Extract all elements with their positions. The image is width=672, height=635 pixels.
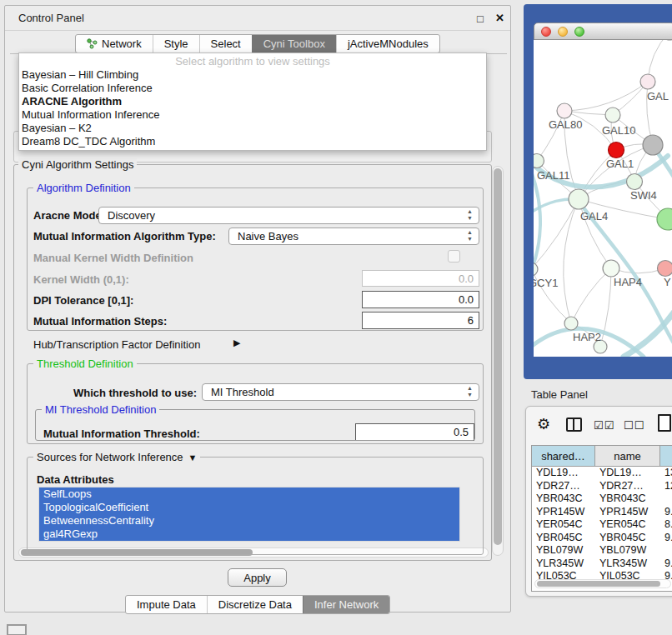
algorithm-option[interactable]: Bayesian – K2	[19, 122, 486, 135]
table-cell: YBL079W	[595, 544, 660, 558]
table-row[interactable]: YLR345WYLR345W9.	[532, 558, 672, 571]
algorithm-dropdown-placeholder: Select algorithm to view settings	[19, 53, 486, 68]
table-row[interactable]: YBL079WYBL079W	[532, 544, 672, 558]
sources-group-title: Sources for Network Inference ▼	[33, 451, 200, 463]
table-cell: 12	[660, 480, 672, 493]
columns-icon[interactable]	[566, 418, 582, 432]
network-window: GALGAL80GAL10GAL1GAL11SWI4GAL4GCY1HAP4YH…	[534, 22, 672, 359]
column-header[interactable]: name	[595, 446, 660, 466]
network-view-panel: GALGAL80GAL10GAL1GAL11SWI4GAL4GCY1HAP4YH…	[524, 4, 672, 379]
algorithm-dropdown[interactable]: Select algorithm to view settings Bayesi…	[18, 52, 487, 151]
tab-discretize-data[interactable]: Discretize Data	[207, 596, 303, 613]
network-node-gal11[interactable]	[534, 154, 544, 168]
table-cell	[660, 492, 672, 506]
network-node-y[interactable]	[658, 261, 672, 277]
network-node-gal4[interactable]	[569, 189, 589, 209]
algorithm-option[interactable]: Bayesian – Hill Climbing	[19, 68, 486, 82]
algorithm-option[interactable]: Dream8 DC_TDC Algorithm	[19, 135, 486, 148]
select-all-checkboxes-icon[interactable]: ☑☑	[594, 419, 614, 432]
node-label: GAL11	[537, 169, 570, 182]
apply-button[interactable]: Apply	[228, 568, 287, 587]
table-row[interactable]: YPR145WYPR145W9.	[532, 506, 672, 519]
network-node-gal1[interactable]	[609, 142, 624, 158]
table-cell: YLR345W	[532, 558, 595, 571]
table-cell: YDR27…	[595, 480, 660, 493]
table-row[interactable]: YDL19…YDL19…13	[532, 467, 672, 480]
tab-cyni-toolbox[interactable]: Cyni Toolbox	[252, 35, 336, 52]
tab-network[interactable]: Network	[76, 35, 153, 52]
scrollbar-thumb[interactable]	[494, 168, 502, 545]
tab-jactivemnodules[interactable]: jActiveMNodules	[336, 35, 439, 52]
table-panel: ⚙ ☑☑ ☐☐ shared…name YDL19…YDL19…13YDR27……	[525, 406, 672, 597]
node-label: GAL1	[606, 158, 634, 170]
float-panel-icon[interactable]: □	[477, 12, 484, 25]
table-row[interactable]: YDR27…YDR27…12	[532, 480, 672, 493]
table-row[interactable]: YER054CYER054C8.	[532, 518, 672, 532]
table-horizontal-scrollbar[interactable]	[534, 579, 671, 588]
network-node-gal[interactable]	[640, 74, 655, 89]
network-node-hap2[interactable]	[564, 317, 578, 330]
tab-label: Select	[211, 38, 241, 50]
network-edge[interactable]	[564, 199, 579, 323]
table-row[interactable]: YBR043CYBR043C	[532, 492, 672, 506]
column-header[interactable]: shared…	[532, 446, 595, 466]
tab-label: jActiveMNodules	[348, 38, 429, 50]
gear-icon[interactable]: ⚙	[537, 415, 550, 433]
zoom-window-icon[interactable]	[574, 27, 584, 37]
tab-style[interactable]: Style	[153, 35, 199, 52]
close-icon[interactable]: ✕	[495, 12, 504, 24]
network-graph: GALGAL80GAL10GAL1GAL11SWI4GAL4GCY1HAP4YH…	[534, 40, 672, 357]
table-row[interactable]: YBR045CYBR045C9.	[532, 532, 672, 545]
minimize-window-icon[interactable]	[558, 27, 568, 37]
minimized-panel-icon[interactable]	[7, 624, 27, 635]
node-label: GAL10	[602, 124, 635, 137]
chevron-down-icon[interactable]: ▼	[188, 452, 198, 462]
network-edge[interactable]	[571, 268, 611, 323]
node-label: GCY1	[534, 277, 558, 289]
control-panel-window: Control Panel □ ✕ Network Style Select C…	[4, 5, 511, 612]
column-header[interactable]	[660, 446, 672, 466]
table-cell: 9.	[660, 506, 672, 519]
settings-vertical-scrollbar[interactable]	[492, 166, 504, 556]
table-cell: 13	[660, 467, 672, 480]
algorithm-option[interactable]: Mutual Information Inference	[19, 108, 486, 122]
tab-label: Network	[102, 38, 142, 50]
network-node-gal10[interactable]	[605, 108, 620, 122]
node-table: shared…name YDL19…YDL19…13YDR27…YDR27…12…	[531, 445, 672, 592]
network-window-titlebar[interactable]	[534, 22, 672, 40]
new-table-icon[interactable]	[658, 414, 671, 432]
network-node-gal80[interactable]	[557, 103, 572, 118]
network-node[interactable]	[657, 208, 672, 230]
network-node-hap4[interactable]	[603, 260, 619, 277]
settings-group-title: Cyni Algorithm Settings	[18, 158, 137, 171]
deselect-all-checkboxes-icon[interactable]: ☐☐	[624, 419, 644, 432]
table-cell: YBR045C	[532, 532, 595, 545]
algorithm-definition-group	[27, 188, 484, 331]
tab-infer-network[interactable]: Infer Network	[303, 596, 389, 613]
close-window-icon[interactable]	[541, 27, 551, 37]
tab-select[interactable]: Select	[199, 35, 252, 52]
tab-label: Cyni Toolbox	[263, 38, 325, 50]
table-cell: YPR145W	[595, 506, 660, 519]
network-node[interactable]	[643, 135, 663, 155]
algorithm-option[interactable]: ARACNE Algorithm	[19, 95, 486, 108]
algorithm-dropdown-list: Bayesian – Hill ClimbingBasic Correlatio…	[19, 68, 486, 148]
titlebar-divider	[5, 30, 510, 31]
node-label: Y	[664, 276, 671, 288]
tab-label: Discretize Data	[218, 598, 292, 611]
table-cell	[660, 544, 672, 558]
control-panel-tabbar: Network Style Select Cyni Toolbox jActiv…	[75, 34, 440, 53]
tab-label: Infer Network	[314, 598, 379, 611]
table-cell: YBR045C	[595, 532, 660, 545]
scrollbar-thumb[interactable]	[537, 581, 660, 587]
network-canvas[interactable]: GALGAL80GAL10GAL1GAL11SWI4GAL4GCY1HAP4YH…	[534, 40, 672, 357]
table-cell: 9.	[660, 558, 672, 571]
algorithm-option[interactable]: Basic Correlation Inference	[19, 82, 486, 95]
table-cell: YPR145W	[532, 506, 595, 519]
network-node-swi4[interactable]	[627, 174, 643, 190]
table-cell: YBR043C	[595, 492, 660, 506]
node-label: GAL4	[580, 210, 608, 222]
node-label: HAP4	[614, 276, 642, 288]
network-node-gcy1[interactable]	[534, 262, 538, 276]
tab-impute-data[interactable]: Impute Data	[126, 596, 207, 613]
